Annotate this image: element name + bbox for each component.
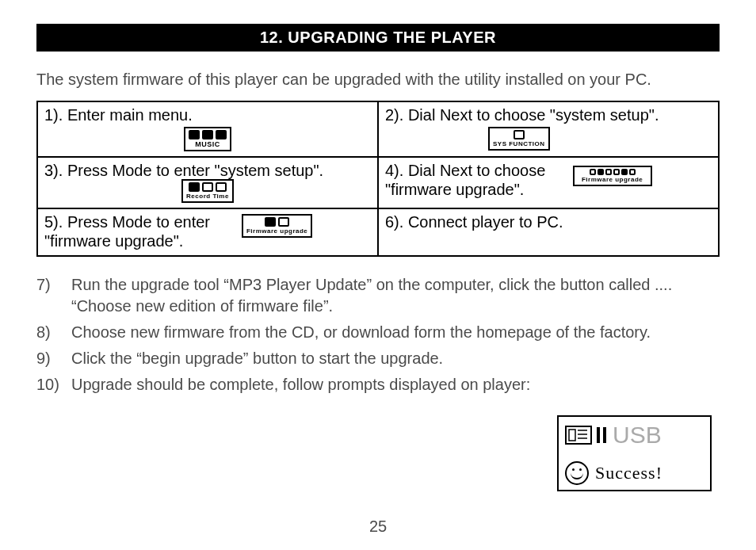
- setting-icon: [189, 182, 200, 192]
- item-8-text: Choose new firmware from the CD, or down…: [71, 322, 720, 343]
- numbered-list: 7) Run the upgrade tool “MP3 Player Upda…: [36, 274, 720, 395]
- lcd-firmware-upgrade-1: Firmware upgrade: [573, 166, 652, 186]
- lcd-firmware-upgrade-2: Firmware upgrade: [242, 214, 312, 238]
- item-7-text: Run the upgrade tool “MP3 Player Update”…: [71, 274, 720, 317]
- list-item: 7) Run the upgrade tool “MP3 Player Upda…: [36, 274, 720, 317]
- step-2-cell: 2). Dial Next to choose "system setup". …: [378, 101, 719, 157]
- item-9-num: 9): [36, 348, 71, 369]
- fw-icon: [598, 169, 604, 175]
- page-number: 25: [0, 518, 756, 536]
- tool-icon: [514, 130, 525, 139]
- step-1-text: 1). Enter main menu.: [44, 105, 371, 124]
- list-item: 8) Choose new firmware from the CD, or d…: [36, 322, 720, 343]
- pause-icon: [597, 426, 608, 445]
- section-heading: 12. UPGRADING THE PLAYER: [36, 24, 720, 52]
- step-5-cell: 5). Press Mode to enter "firmware upgrad…: [37, 208, 378, 256]
- steps-table: 1). Enter main menu. MUSIC: [36, 101, 720, 257]
- lcd-fw1-label: Firmware upgrade: [582, 177, 643, 183]
- lcd-recordtime: Record Time: [181, 179, 234, 203]
- step-4-text: 4). Dial Next to choose "firmware upgrad…: [385, 161, 565, 199]
- svg-rect-6: [603, 427, 606, 443]
- step-5-text: 5). Press Mode to enter "firmware upgrad…: [44, 212, 234, 250]
- list-item: 9) Click the “begin upgrade” button to s…: [36, 348, 720, 369]
- fw-icon: [621, 169, 628, 175]
- item-10-num: 10): [36, 374, 71, 395]
- success-text: Success!: [595, 463, 662, 483]
- music-icon: [189, 130, 200, 139]
- fw-icon: [265, 217, 276, 227]
- lcd-sysfunction-label: SYS FUNCTION: [493, 141, 545, 147]
- step-6-text: 6). Connect player to PC.: [385, 213, 563, 231]
- music-icon: [216, 130, 227, 139]
- usb-label: USB: [613, 422, 662, 449]
- svg-rect-1: [569, 430, 575, 441]
- device-icon: [565, 426, 592, 445]
- setting-icon: [216, 182, 227, 192]
- lcd-music: MUSIC: [184, 127, 231, 151]
- item-9-text: Click the “begin upgrade” button to star…: [71, 348, 720, 369]
- fw-icon: [629, 169, 636, 175]
- music-icon: [202, 130, 213, 139]
- intro-paragraph: The system firmware of this player can b…: [36, 69, 720, 90]
- step-6-cell: 6). Connect player to PC.: [378, 208, 719, 256]
- item-10-text: Upgrade should be complete, follow promp…: [71, 374, 720, 395]
- fw-icon: [613, 169, 620, 175]
- step-2-text: 2). Dial Next to choose "system setup".: [385, 105, 712, 124]
- step-3-cell: 3). Press Mode to enter "system setup". …: [37, 157, 378, 208]
- list-item: 10) Upgrade should be complete, follow p…: [36, 374, 720, 395]
- fw-icon: [605, 169, 612, 175]
- lcd-sysfunction: SYS FUNCTION: [488, 127, 550, 151]
- lcd-fw2-label: Firmware upgrade: [246, 228, 307, 235]
- success-display: USB Success!: [557, 415, 712, 491]
- lcd-recordtime-label: Record Time: [186, 193, 229, 200]
- svg-rect-5: [597, 427, 600, 443]
- setting-icon: [202, 182, 213, 192]
- item-8-num: 8): [36, 322, 71, 343]
- manual-page: 12. UPGRADING THE PLAYER The system firm…: [0, 0, 756, 550]
- lcd-music-label: MUSIC: [195, 141, 220, 148]
- smile-icon: [565, 461, 589, 485]
- fw-icon: [590, 169, 596, 175]
- step-1-cell: 1). Enter main menu. MUSIC: [37, 101, 378, 157]
- step-4-cell: 4). Dial Next to choose "firmware upgrad…: [378, 157, 719, 208]
- item-7-num: 7): [36, 274, 71, 317]
- fw-icon: [278, 217, 289, 227]
